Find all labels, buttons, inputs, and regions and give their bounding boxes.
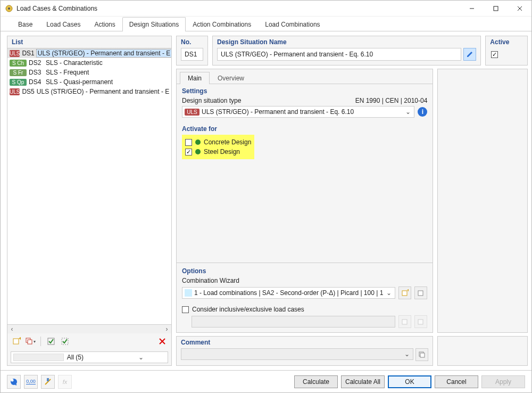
no-field[interactable]: DS1	[181, 48, 203, 61]
ds-number: DS1	[22, 50, 34, 57]
options-section: Options Combination Wizard 1 - Load comb…	[177, 264, 433, 332]
tab-load-cases[interactable]: Load Cases	[39, 17, 87, 31]
activate-section: Activate for Concrete Design Steel Desig…	[177, 122, 433, 162]
chevron-down-icon: ⌄	[404, 108, 412, 116]
comment-sidepanel	[437, 336, 528, 366]
dstype-dropdown[interactable]: ULS ULS (STR/GEO) - Permanent and transi…	[182, 106, 414, 118]
consider-checkbox[interactable]	[182, 306, 189, 313]
subtab-main[interactable]: Main	[180, 72, 210, 84]
list-item[interactable]: ULS DS5 ULS (STR/GEO) - Permanent and tr…	[7, 87, 171, 96]
main-tabbar: BaseLoad CasesActionsDesign SituationsAc…	[1, 17, 531, 31]
help-button[interactable]	[7, 375, 21, 389]
preview-panel	[437, 69, 528, 333]
scroll-left-icon[interactable]: ‹	[7, 325, 16, 333]
comment-title: Comment	[181, 339, 428, 346]
ds-name: ULS (STR/GEO) - Permanent and transient …	[37, 50, 171, 57]
comment-library-button[interactable]	[415, 348, 428, 361]
tab-base[interactable]: Base	[11, 17, 39, 31]
select-all-button[interactable]	[45, 335, 57, 347]
dialog-window: Load Cases & Combinations BaseLoad Cases…	[0, 0, 532, 393]
cw-value: 1 - Load combinations | SA2 - Second-ord…	[194, 289, 383, 297]
tab-actions[interactable]: Actions	[87, 17, 122, 31]
scroll-right-icon[interactable]: ›	[162, 325, 171, 333]
no-group: No. DS1	[176, 36, 208, 66]
header-row: No. DS1 Design Situation Name ULS (STR/G…	[176, 36, 528, 66]
cw-swatch	[185, 289, 192, 297]
cw-edit-button[interactable]	[414, 286, 427, 299]
ds-name: ULS (STR/GEO) - Permanent and transient …	[37, 88, 169, 95]
window-title: Load Cases & Combinations	[16, 5, 460, 12]
activate-checkbox[interactable]	[185, 139, 192, 146]
cw-label: Combination Wizard	[182, 277, 427, 284]
activate-item: Steel Design	[185, 148, 251, 156]
list-item[interactable]: S Ch DS2 SLS - Characteristic	[7, 58, 171, 68]
filter-dropdown[interactable]: All (5) ⌄	[11, 351, 168, 363]
ds-tag: ULS	[10, 88, 20, 95]
svg-rect-9	[28, 340, 32, 344]
calculate-all-button[interactable]: Calculate All	[341, 375, 385, 388]
ds-number: DS5	[22, 88, 34, 95]
svg-text:✦: ✦	[406, 289, 409, 293]
design-situations-list[interactable]: ULS DS1 ULS (STR/GEO) - Permanent and tr…	[7, 48, 171, 324]
consider-new-button	[398, 315, 411, 328]
close-button[interactable]	[508, 1, 531, 16]
ds-number: DS3	[29, 69, 44, 76]
tab-design-situations[interactable]: Design Situations	[122, 17, 186, 31]
calculate-button[interactable]: Calculate	[294, 375, 338, 388]
function-button: fx	[58, 375, 72, 389]
comment-dropdown[interactable]: ⌄	[181, 348, 413, 360]
titlebar: Load Cases & Combinations	[1, 1, 531, 17]
delete-button[interactable]	[156, 335, 168, 347]
consider-label: Consider inclusive/exclusive load cases	[192, 306, 304, 313]
list-item[interactable]: S Qp DS4 SLS - Quasi-permanent	[7, 77, 171, 87]
new-item-button[interactable]: ✦	[11, 335, 22, 347]
main-panel: MainOverview Settings Design situation t…	[176, 69, 433, 333]
list-toolbar: ✦ ▾	[7, 333, 171, 349]
status-dot-icon	[195, 149, 201, 154]
maximize-button[interactable]	[484, 1, 508, 16]
svg-point-1	[8, 7, 10, 10]
copy-item-button[interactable]: ▾	[24, 335, 36, 347]
list-filter: All (5) ⌄	[7, 349, 171, 365]
ds-name: SLS - Frequent	[46, 69, 89, 76]
tab-load-combinations[interactable]: Load Combinations	[258, 17, 327, 31]
list-item[interactable]: ULS DS1 ULS (STR/GEO) - Permanent and tr…	[7, 48, 171, 58]
list-hscrollbar[interactable]: ‹ ›	[7, 324, 171, 333]
dsname-group: Design Situation Name ULS (STR/GEO) - Pe…	[212, 36, 481, 66]
svg-rect-25	[47, 378, 49, 381]
subtab-overview[interactable]: Overview	[210, 72, 252, 84]
dsname-title: Design Situation Name	[217, 38, 476, 46]
ok-button[interactable]: OK	[388, 375, 431, 388]
ds-tag: ULS	[10, 50, 20, 57]
cw-new-button[interactable]: ✦	[398, 286, 411, 299]
activate-label: Steel Design	[204, 148, 240, 155]
app-icon	[5, 4, 13, 13]
activate-checkbox[interactable]	[185, 149, 192, 155]
active-checkbox[interactable]	[491, 51, 498, 58]
minimize-button[interactable]	[460, 1, 484, 16]
list-item[interactable]: S Fr DS3 SLS - Frequent	[7, 68, 171, 77]
ds-name: SLS - Characteristic	[46, 59, 103, 67]
deselect-all-button[interactable]	[59, 335, 71, 347]
chevron-down-icon: ⌄	[403, 350, 411, 358]
chevron-down-icon: ⌄	[385, 289, 393, 297]
ds-name: SLS - Quasi-permanent	[46, 78, 113, 86]
dialog-body: List ULS DS1 ULS (STR/GEO) - Permanent a…	[1, 31, 531, 370]
svg-rect-17	[402, 320, 407, 324]
activate-label: Concrete Design	[204, 138, 251, 146]
settings-button[interactable]	[41, 375, 55, 389]
svg-rect-20	[420, 353, 425, 357]
consider-input	[192, 316, 395, 328]
ds-tag: S Fr	[10, 69, 27, 76]
units-button[interactable]: 0,00	[24, 375, 38, 389]
cancel-button[interactable]: Cancel	[435, 375, 478, 388]
filter-swatch	[13, 354, 64, 361]
edit-name-button[interactable]	[463, 48, 476, 61]
svg-text:✦: ✦	[18, 337, 21, 341]
tab-action-combinations[interactable]: Action Combinations	[186, 17, 258, 31]
combination-wizard-dropdown[interactable]: 1 - Load combinations | SA2 - Second-ord…	[182, 287, 395, 299]
info-icon[interactable]: i	[418, 107, 427, 117]
no-title: No.	[181, 38, 203, 46]
status-dot-icon	[195, 140, 201, 145]
dsname-field[interactable]: ULS (STR/GEO) - Permanent and transient …	[217, 48, 461, 61]
